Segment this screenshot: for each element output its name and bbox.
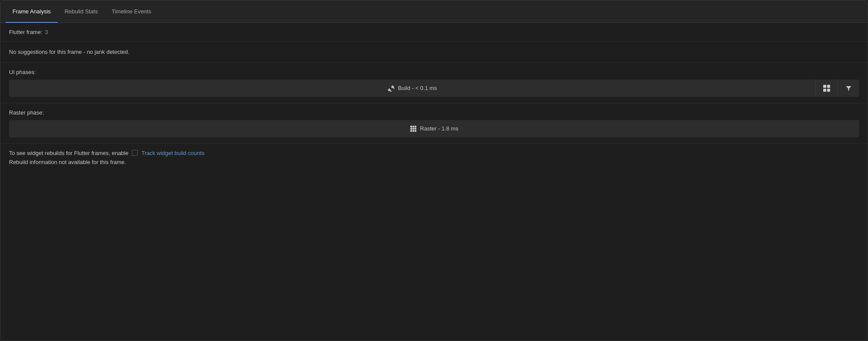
raster-bar-label: Raster - 1.8 ms <box>420 125 459 132</box>
content-area: Flutter frame: 3 No suggestions for this… <box>0 23 868 341</box>
track-widget-prefix: To see widget rebuilds for Flutter frame… <box>9 150 128 156</box>
tab-frame-analysis[interactable]: Frame Analysis <box>6 0 58 23</box>
tab-timeline-events[interactable]: Timeline Events <box>105 0 158 23</box>
filter-icon <box>845 84 852 92</box>
build-bar-container: Build - < 0.1 ms <box>9 80 859 97</box>
svg-rect-6 <box>415 126 416 127</box>
flutter-frame-number: 3 <box>45 29 48 35</box>
ui-phases-section: UI phases: Build - < 0.1 ms <box>0 63 868 103</box>
svg-rect-10 <box>410 130 412 132</box>
filter-action-button[interactable] <box>837 80 859 97</box>
svg-rect-2 <box>823 89 826 92</box>
svg-rect-12 <box>415 130 416 132</box>
ui-phases-label: UI phases: <box>9 69 859 75</box>
track-widget-checkbox[interactable] <box>132 150 138 156</box>
build-bar-actions <box>815 80 859 97</box>
flutter-frame-section: Flutter frame: 3 <box>0 23 868 42</box>
tab-bar: Frame Analysis Rebuild Stats Timeline Ev… <box>0 0 868 23</box>
svg-rect-7 <box>410 128 412 130</box>
layout-icon <box>823 84 831 92</box>
suggestion-text: No suggestions for this frame - no jank … <box>9 49 130 55</box>
raster-phase-section: Raster phase: <box>0 103 868 144</box>
frame-analysis-panel: Frame Analysis Rebuild Stats Timeline Ev… <box>0 0 868 341</box>
suggestion-section: No suggestions for this frame - no jank … <box>0 42 868 63</box>
svg-rect-9 <box>415 128 416 130</box>
tab-rebuild-stats[interactable]: Rebuild Stats <box>58 0 105 23</box>
build-bar-main[interactable]: Build - < 0.1 ms <box>9 80 815 97</box>
layout-action-button[interactable] <box>816 80 837 97</box>
svg-rect-3 <box>827 89 830 92</box>
track-widget-row: To see widget rebuilds for Flutter frame… <box>9 150 859 156</box>
raster-bar-main[interactable]: Raster - 1.8 ms <box>9 120 859 137</box>
rebuild-info-text: Rebuild information not available for th… <box>9 159 859 165</box>
track-widget-section: To see widget rebuilds for Flutter frame… <box>0 144 868 171</box>
grid-icon <box>410 125 417 132</box>
svg-rect-5 <box>412 126 414 127</box>
svg-rect-4 <box>410 126 412 127</box>
raster-phase-label: Raster phase: <box>9 109 859 116</box>
flutter-frame-row: Flutter frame: 3 <box>9 29 859 35</box>
raster-bar-container: Raster - 1.8 ms <box>9 120 859 137</box>
track-widget-link[interactable]: Track widget build counts <box>141 150 204 156</box>
flutter-frame-label: Flutter frame: <box>9 29 42 35</box>
svg-rect-11 <box>412 130 414 132</box>
svg-rect-8 <box>412 128 414 130</box>
build-bar-label: Build - < 0.1 ms <box>398 85 437 91</box>
wrench-icon <box>388 85 394 92</box>
svg-rect-0 <box>823 85 826 88</box>
svg-rect-1 <box>827 85 830 88</box>
